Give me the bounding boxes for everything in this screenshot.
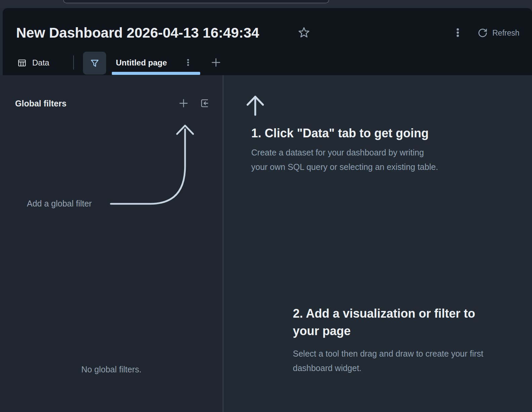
curved-arrow-annotation: [104, 119, 202, 208]
up-arrow-annotation: [244, 93, 266, 118]
step2-heading-line1: 2. Add a visualization or filter to: [293, 305, 475, 322]
step2-heading: 2. Add a visualization or filter to your…: [293, 305, 475, 340]
step2-description: Select a tool then drag and draw to crea…: [293, 347, 483, 375]
active-tab-underline: [112, 72, 200, 75]
tab-data[interactable]: Data: [17, 54, 49, 72]
step1-heading: 1. Click "Data" tab to get going: [251, 126, 429, 140]
add-page-plus-icon[interactable]: [211, 57, 221, 68]
no-global-filters-text: No global filters.: [0, 365, 223, 374]
tab-untitled-page[interactable]: Untitled page: [116, 54, 167, 72]
add-filter-plus-icon[interactable]: [178, 98, 189, 108]
tab-data-label: Data: [32, 58, 49, 67]
tab-separator: [73, 55, 74, 70]
favorite-star-icon[interactable]: [298, 26, 310, 39]
page-title: New Dashboard 2026-04-13 16:49:34: [16, 24, 259, 42]
refresh-icon: [478, 28, 488, 38]
step2-description-line2: dashboard widget.: [293, 361, 483, 375]
step1-description-line2: your own SQL query or selecting an exist…: [251, 160, 438, 174]
funnel-icon: [90, 58, 100, 68]
step2-heading-line2: your page: [293, 322, 475, 340]
overflow-menu-icon[interactable]: [453, 28, 463, 38]
add-global-filter-hint: Add a global filter: [27, 198, 92, 209]
step1-description-line1: Create a dataset for your dashboard by w…: [251, 145, 438, 160]
step2-description-line1: Select a tool then drag and draw to crea…: [293, 347, 483, 361]
step1-description: Create a dataset for your dashboard by w…: [251, 145, 438, 174]
tab-untitled-page-label: Untitled page: [116, 58, 167, 67]
refresh-button[interactable]: Refresh: [478, 26, 520, 40]
table-icon: [17, 58, 27, 67]
truncated-toolbar-box: [63, 0, 329, 3]
collapse-panel-icon[interactable]: [199, 98, 210, 108]
page-options-kebab-icon[interactable]: [183, 58, 193, 67]
filter-tool-button[interactable]: [83, 52, 106, 75]
global-filters-title: Global filters: [15, 98, 66, 109]
refresh-label: Refresh: [492, 29, 520, 38]
